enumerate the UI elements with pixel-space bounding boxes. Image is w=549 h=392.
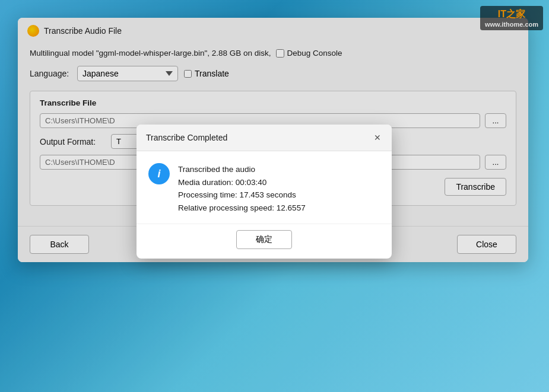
debug-console-checkbox-item[interactable]: Debug Console <box>276 49 342 58</box>
language-label: Language: <box>30 69 71 78</box>
modal-content: Transcribed the audio Media duration: 00… <box>178 163 306 214</box>
section-title: Transcribe File <box>40 98 506 107</box>
modal-footer: 确定 <box>137 224 392 259</box>
modal-titlebar: Transcribe Completed ✕ <box>137 125 392 151</box>
confirm-button[interactable]: 确定 <box>236 230 292 249</box>
transcribe-button[interactable]: Transcribe <box>445 178 506 196</box>
model-info-row: Multilingual model "ggml-model-whisper-l… <box>30 49 516 58</box>
watermark-site: www.ithome.com <box>485 21 538 28</box>
translate-label: Translate <box>195 69 229 78</box>
watermark-title: IT之家 <box>485 8 538 21</box>
transcribe-completed-dialog: Transcribe Completed ✕ i Transcribed the… <box>137 125 392 259</box>
modal-title: Transcribe Completed <box>146 133 227 142</box>
dialog-titlebar: Transcribe Audio File <box>18 18 528 42</box>
modal-line2: Media duration: 00:03:40 <box>178 176 306 189</box>
translate-checkbox[interactable] <box>184 70 192 78</box>
modal-close-button[interactable]: ✕ <box>370 130 385 145</box>
model-info-text: Multilingual model "ggml-model-whisper-l… <box>30 49 271 58</box>
info-icon: i <box>148 163 170 184</box>
language-row: Language: Japanese English Chinese Auto … <box>30 66 516 81</box>
translate-checkbox-item[interactable]: Translate <box>184 69 229 78</box>
back-button[interactable]: Back <box>30 235 89 254</box>
format-label: Output Format: <box>40 137 105 146</box>
debug-console-checkbox[interactable] <box>276 49 284 58</box>
output-browse-button[interactable]: ... <box>485 155 506 170</box>
dialog-title: Transcribe Audio File <box>44 26 122 36</box>
debug-console-label: Debug Console <box>287 49 342 58</box>
watermark: IT之家 www.ithome.com <box>480 6 543 30</box>
modal-line4: Relative processing speed: 12.6557 <box>178 202 306 215</box>
modal-line1: Transcribed the audio <box>178 163 306 176</box>
modal-line3: Processing time: 17.453 seconds <box>178 189 306 202</box>
input-browse-button[interactable]: ... <box>485 113 506 128</box>
language-select[interactable]: Japanese English Chinese Auto <box>77 66 178 81</box>
sunflower-icon <box>27 25 39 37</box>
close-button[interactable]: Close <box>457 235 516 254</box>
modal-body: i Transcribed the audio Media duration: … <box>137 151 392 224</box>
